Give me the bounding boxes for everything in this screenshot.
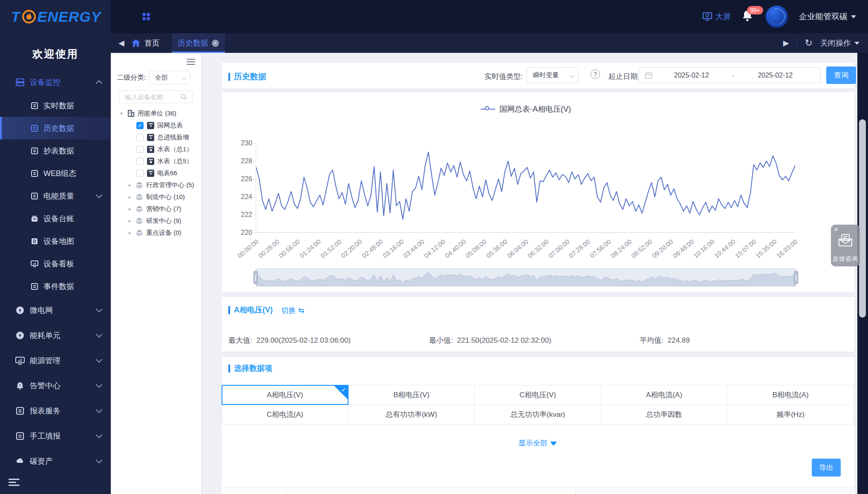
checkbox-icon[interactable]	[136, 158, 144, 165]
tree-node[interactable]: 水表（总5）	[111, 155, 201, 167]
datazoom-left-handle[interactable]	[254, 271, 258, 284]
date-end-value[interactable]: 2025-02-12	[736, 72, 814, 79]
tree-node[interactable]: ▸制造中心 (10)	[111, 191, 201, 203]
export-button[interactable]: 导出	[812, 459, 841, 477]
tab-history-data[interactable]: 历史数据 ×	[172, 33, 225, 53]
sidebar: T ENERGY 欢迎使用 设备监控 实时数据 历史数据 抄	[0, 0, 111, 494]
sidebar-item-energy-mgmt[interactable]: 能源管理	[0, 348, 111, 373]
legend-label: 国网总表-A相电压(V)	[499, 104, 571, 114]
sidebar-item-microgrid[interactable]: 微电网	[0, 298, 111, 323]
tree-node[interactable]: 水表（总1）	[111, 143, 201, 155]
chevron-down-icon	[96, 331, 103, 338]
switch-metric-link[interactable]: 切换 ⇆	[281, 306, 304, 315]
tree-node[interactable]: ▸重点设备 (0)	[111, 227, 201, 239]
realtime-type-select[interactable]: 瞬时变量	[527, 67, 579, 83]
avg-value-stat: 平均值:224.89	[640, 335, 690, 345]
tree-node[interactable]: ▾用能单位 (36)	[111, 107, 201, 119]
close-icon[interactable]: ×	[834, 225, 838, 234]
tree-menu-icon[interactable]	[187, 59, 195, 65]
show-all-toggle[interactable]: 显示全部	[222, 438, 854, 448]
tree-node[interactable]: ▸行政管理中心 (5)	[111, 179, 201, 191]
sidebar-item-realtime-data[interactable]: 实时数据	[0, 94, 111, 117]
sidebar-item-device-map[interactable]: D 设备地图	[0, 230, 111, 252]
sidebar-item-device-board[interactable]: 设备看板	[0, 252, 111, 275]
tree-node[interactable]: ▸研发中心 (9)	[111, 215, 201, 227]
sidebar-item-label: 设备看板	[43, 259, 74, 269]
datazoom-slider[interactable]	[256, 269, 796, 286]
category-select[interactable]: 全部	[149, 71, 190, 84]
y-tick-label: 230	[234, 139, 252, 147]
checkbox-icon[interactable]	[136, 134, 144, 141]
tree-node-label: 重点设备 (0)	[146, 229, 182, 237]
book-icon	[31, 192, 38, 200]
sidebar-item-history-data[interactable]: 历史数据	[0, 117, 111, 139]
app-grid-icon[interactable]	[141, 11, 152, 22]
data-item-button[interactable]: A相电流(A)	[601, 385, 728, 405]
help-icon[interactable]: ?	[591, 69, 600, 79]
tree-node[interactable]: 总进线新增	[111, 131, 201, 143]
workspace-switcher[interactable]: 企业能管双碳	[799, 11, 856, 22]
caret-collapsed-icon[interactable]: ▸	[129, 218, 134, 224]
tab-close-icon[interactable]: ×	[212, 40, 219, 47]
data-item-button[interactable]: C相电压(V)	[474, 385, 601, 405]
sidebar-item-label: 电能质量	[43, 191, 74, 201]
data-item-button[interactable]: 总功率因数	[601, 404, 728, 425]
sidebar-item-meter-reading[interactable]: 抄表数据	[0, 139, 111, 162]
query-button[interactable]: 查询	[826, 66, 856, 84]
close-operations-menu[interactable]: 关闭操作	[820, 38, 859, 48]
sidebar-item-power-quality[interactable]: 电能质量	[0, 185, 111, 207]
sidebar-item-label: 历史数据	[43, 123, 74, 133]
feedback-float-button[interactable]: × 反馈咨询	[831, 225, 860, 266]
avatar[interactable]	[766, 6, 788, 28]
tabs-scroll-left-icon[interactable]: ◀	[118, 38, 124, 48]
tree-node[interactable]: ▸营销中心 (7)	[111, 203, 201, 215]
tab-home[interactable]: 首页	[131, 38, 160, 48]
data-item-button[interactable]: C相电流(A)	[222, 404, 349, 425]
datazoom-preview	[256, 269, 796, 286]
tree-node[interactable]: 电表66	[111, 167, 201, 179]
checkbox-checked-icon[interactable]: ✓	[136, 122, 144, 129]
caret-expanded-icon[interactable]: ▾	[120, 110, 125, 116]
datazoom-right-handle[interactable]	[794, 271, 798, 284]
sidebar-item-alarm-center[interactable]: 告警中心	[0, 373, 111, 398]
data-item-button[interactable]: 频率(Hz)	[727, 404, 854, 425]
sidebar-collapse-icon[interactable]	[9, 479, 20, 487]
tabs-scroll-right-icon[interactable]: ▶	[783, 38, 789, 48]
search-icon[interactable]	[180, 93, 187, 100]
book-icon	[31, 102, 38, 110]
sidebar-item-web-scada[interactable]: WEB组态	[0, 162, 111, 185]
sidebar-item-device-monitor[interactable]: 设备监控	[0, 70, 111, 94]
caret-collapsed-icon[interactable]: ▸	[129, 230, 134, 236]
data-item-button[interactable]: A相电压(V)✓	[222, 385, 349, 405]
date-range-label: 起止日期:	[608, 72, 640, 81]
caret-collapsed-icon[interactable]: ▸	[129, 206, 134, 212]
checkbox-icon[interactable]	[136, 146, 144, 153]
data-item-button[interactable]: B相电压(V)	[348, 385, 475, 405]
caret-collapsed-icon[interactable]: ▸	[129, 182, 134, 188]
caret-collapsed-icon[interactable]: ▸	[129, 194, 134, 200]
device-search-input[interactable]	[125, 93, 180, 101]
date-start-value[interactable]: 2025-02-12	[652, 72, 730, 79]
sidebar-item-device-ledger[interactable]: 设备台账	[0, 207, 111, 230]
data-item-button[interactable]: 总有功功率(kW)	[348, 404, 475, 425]
notification-badge: 99+	[747, 6, 763, 14]
bigscreen-button[interactable]: 大屏	[703, 12, 731, 22]
chevron-down-icon	[570, 73, 574, 78]
refresh-icon[interactable]: ↻	[805, 38, 813, 49]
sidebar-item-manual-entry[interactable]: 手工填报	[0, 423, 111, 448]
checkbox-icon[interactable]	[136, 170, 144, 177]
device-tree: ▾用能单位 (36)✓国网总表总进线新增水表（总1）水表（总5）电表66▸行政管…	[111, 107, 201, 239]
page-scrollbar-thumb[interactable]	[859, 119, 866, 318]
sidebar-item-label: 告警中心	[30, 381, 61, 391]
sidebar-item-energy-unit[interactable]: 能耗单元	[0, 323, 111, 348]
tree-node[interactable]: ✓国网总表	[111, 119, 201, 131]
sidebar-item-report-service[interactable]: 报表服务	[0, 398, 111, 423]
sidebar-item-carbon-asset[interactable]: 碳资产	[0, 448, 111, 474]
data-item-button[interactable]: B相电流(A)	[727, 385, 854, 405]
sidebar-item-label: WEB组态	[43, 168, 76, 179]
chart-legend[interactable]: 国网总表-A相电压(V)	[256, 104, 796, 114]
data-item-button[interactable]: 总无功功率(kvar)	[474, 404, 601, 425]
date-range-picker[interactable]: 2025-02-12 - 2025-02-12	[638, 67, 821, 83]
notification-bell[interactable]: 99+	[742, 9, 755, 24]
sidebar-item-event-data[interactable]: 事件数据	[0, 275, 111, 298]
